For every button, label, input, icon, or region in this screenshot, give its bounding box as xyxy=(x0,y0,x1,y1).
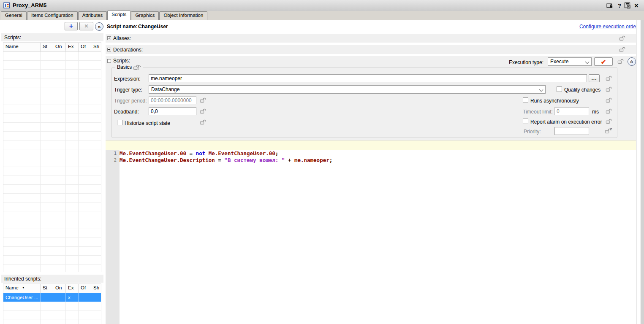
help-icon[interactable]: ? xyxy=(616,2,623,9)
priority-label: Priority: xyxy=(524,129,541,135)
code-line[interactable]: 1Me.EventChangeUser.00 = not Me.EventCha… xyxy=(106,150,636,157)
inherited-scripts-table[interactable]: Name▼StOnExOfSh ChangeUser ...x xyxy=(3,284,101,324)
lock-icon[interactable] xyxy=(606,118,612,124)
code-text[interactable]: Me.EventChangeUser.Description = "В сист… xyxy=(120,157,332,163)
column-divider xyxy=(78,52,79,272)
script-name-value: ChangeUser xyxy=(138,24,168,30)
line-number: 1 xyxy=(106,151,120,156)
scripts-table-body[interactable] xyxy=(3,52,101,272)
tab-object-information[interactable]: Object Information xyxy=(159,11,207,20)
column-header-name[interactable]: Name▼ xyxy=(3,284,41,293)
pin-window-icon[interactable] xyxy=(606,2,614,9)
lock-icon[interactable] xyxy=(606,75,612,81)
scripts-table[interactable]: NameStOnExOfSh xyxy=(3,42,101,272)
column-header-ex[interactable]: Ex xyxy=(66,284,79,293)
expand-icon-aliases[interactable] xyxy=(107,36,111,40)
add-script-button[interactable]: + xyxy=(65,22,78,30)
inherited-script-row[interactable]: ChangeUser ...x xyxy=(3,293,101,302)
column-header-sh[interactable]: Sh xyxy=(91,284,101,293)
tab-scripts[interactable]: Scripts xyxy=(107,11,130,20)
column-header-sh[interactable]: Sh xyxy=(91,43,101,51)
historize-label: Historize script state xyxy=(125,120,170,126)
lock-icon[interactable] xyxy=(617,58,624,64)
quality-changes-checkbox[interactable] xyxy=(557,86,562,92)
execution-type-select[interactable]: Execute xyxy=(548,57,592,66)
scripts-table-header: NameStOnExOfSh xyxy=(3,43,101,52)
column-header-of[interactable]: Of xyxy=(79,284,91,293)
execution-type-label: Execution type: xyxy=(495,59,543,65)
historize-checkbox[interactable] xyxy=(117,120,122,125)
execution-type-value: Execute xyxy=(550,59,568,65)
code-line[interactable]: 2Me.EventChangeUser.Description = "В сис… xyxy=(106,157,636,163)
column-divider xyxy=(40,302,41,324)
timeout-limit-label: Timeout limit: xyxy=(523,109,553,115)
window-title: Proxy_ARM5 xyxy=(13,2,46,8)
lock-icon[interactable] xyxy=(200,119,206,125)
trigger-type-label: Trigger type: xyxy=(114,87,142,93)
lock-icon[interactable] xyxy=(606,86,612,92)
lock-icon[interactable] xyxy=(606,108,612,114)
report-alarm-checkbox[interactable] xyxy=(523,119,528,124)
trigger-period-input[interactable] xyxy=(149,96,196,104)
checkmark-icon: ✔ xyxy=(601,59,606,65)
column-header-st[interactable]: St xyxy=(41,43,53,51)
deadband-label: Deadband: xyxy=(114,109,139,115)
chevron-left-icon: « xyxy=(98,24,101,29)
browse-expression-button[interactable]: ... xyxy=(589,74,600,82)
vertical-scrollbar[interactable] xyxy=(636,20,641,324)
apply-script-button[interactable]: ✔ xyxy=(594,57,613,66)
trigger-period-label: Trigger period: xyxy=(114,98,147,104)
inherited-table-body[interactable] xyxy=(3,302,101,324)
trigger-type-select[interactable]: DataChange xyxy=(149,85,546,94)
cell-of xyxy=(79,293,91,302)
expand-icon-declarations[interactable] xyxy=(107,48,111,51)
runs-async-checkbox[interactable] xyxy=(523,97,528,103)
collapse-panel-button[interactable]: « xyxy=(95,22,103,31)
column-divider xyxy=(78,302,79,324)
locks-icon xyxy=(133,64,141,70)
tab-graphics[interactable]: Graphics xyxy=(131,11,159,20)
chevron-down-icon xyxy=(585,60,590,64)
scripts-section-label: Scripts: xyxy=(113,58,130,64)
collapse-icon-scripts[interactable] xyxy=(107,59,111,63)
expression-input[interactable] xyxy=(149,74,587,82)
lock-question-icon[interactable]: ? xyxy=(605,128,613,134)
configure-execution-order-link[interactable]: Configure execution order xyxy=(579,24,638,30)
tab-general[interactable]: General xyxy=(1,11,27,20)
cell-ex: x xyxy=(66,293,79,302)
collapse-all-button[interactable]: « xyxy=(628,57,636,66)
cell-st xyxy=(41,293,53,302)
lock-icon[interactable] xyxy=(200,108,206,114)
cell-name: ChangeUser ... xyxy=(3,293,41,302)
column-header-on[interactable]: On xyxy=(53,43,66,51)
window-frame-edge xyxy=(641,20,644,324)
lock-icon[interactable] xyxy=(200,97,206,103)
declarations-section: Declarations: xyxy=(106,45,636,54)
column-divider xyxy=(53,52,53,272)
close-icon[interactable]: ✕ xyxy=(633,2,640,9)
lock-icon[interactable] xyxy=(619,46,625,52)
deadband-input[interactable] xyxy=(149,107,196,115)
delete-script-button[interactable]: ✕ xyxy=(79,22,93,30)
chevron-up-icon: « xyxy=(629,60,634,63)
column-header-name[interactable]: Name xyxy=(3,43,41,51)
report-alarm-label: Report alarm on execution error xyxy=(530,119,602,125)
save-close-icon[interactable] xyxy=(624,2,631,9)
column-header-st[interactable]: St xyxy=(41,284,53,293)
lock-icon[interactable] xyxy=(619,35,625,41)
lock-icon[interactable] xyxy=(606,97,612,103)
priority-input[interactable] xyxy=(554,127,589,135)
tab-attributes[interactable]: Attributes xyxy=(78,11,107,20)
column-header-ex[interactable]: Ex xyxy=(66,43,79,51)
quality-changes-label: Quality changes xyxy=(564,87,601,93)
code-text[interactable]: Me.EventChangeUser.00 = not Me.EventChan… xyxy=(120,150,278,157)
column-header-on[interactable]: On xyxy=(53,284,66,293)
chevron-down-icon xyxy=(539,88,543,92)
trigger-type-value: DataChange xyxy=(151,86,179,92)
timeout-limit-input[interactable] xyxy=(554,107,589,115)
inherited-table-rows: ChangeUser ...x xyxy=(3,293,101,302)
script-code-editor[interactable]: 1Me.EventChangeUser.00 = not Me.EventCha… xyxy=(106,150,636,324)
tab-items-configuration[interactable]: Items Configuration xyxy=(27,11,78,20)
app-icon xyxy=(3,2,10,10)
column-header-of[interactable]: Of xyxy=(79,43,91,51)
